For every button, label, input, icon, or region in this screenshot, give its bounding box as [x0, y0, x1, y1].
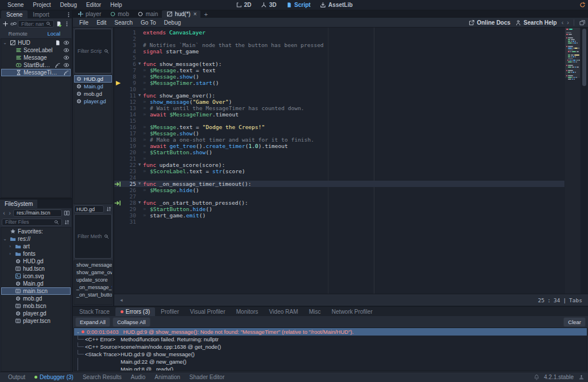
debugger-tab-monitors[interactable]: Monitors: [231, 307, 263, 316]
code-line-20[interactable]: 20»$StartButton.show(): [114, 149, 564, 155]
remote-button[interactable]: Remote: [0, 30, 36, 37]
eye-icon[interactable]: [63, 40, 69, 46]
mode-2d-button[interactable]: 2D: [232, 1, 255, 10]
script-menu-file[interactable]: File: [75, 18, 92, 27]
code-minimap[interactable]: [565, 28, 580, 294]
method-item-show-message[interactable]: show_message: [74, 261, 112, 268]
online-docs-button[interactable]: Online Docs: [468, 19, 510, 26]
fs-back-button[interactable]: ‹: [2, 209, 6, 216]
code-line-15[interactable]: 15: [114, 118, 564, 124]
error-row-4[interactable]: Main.gd:22 @ new_game(): [74, 358, 587, 365]
code-line-26[interactable]: 26»$Message.hide(): [114, 187, 564, 193]
expand-bottom-panel-icon[interactable]: [578, 374, 585, 381]
code-line-12[interactable]: 12»show_message("Game Over"): [114, 99, 564, 105]
script-menu-go-to[interactable]: Go To: [137, 18, 160, 27]
fs-item-res[interactable]: ⌄res://: [1, 235, 71, 243]
error-row-3[interactable]: <Stack Trace>HUD.gd:9 @ show_message(): [74, 350, 587, 358]
code-line-7[interactable]: 7»$Message.text = text: [114, 67, 564, 73]
fs-display-mode-button[interactable]: [63, 209, 70, 216]
fs-path-input[interactable]: [16, 209, 60, 216]
menu-scene[interactable]: Scene: [3, 1, 28, 9]
filter-scripts-input[interactable]: [76, 48, 103, 54]
script-item-main-gd[interactable]: Main.gd: [74, 83, 112, 90]
make-floating-button[interactable]: [579, 19, 586, 26]
code-line-21[interactable]: 21»: [114, 155, 564, 162]
eye-icon[interactable]: [63, 62, 69, 69]
script-item-hud-gd[interactable]: HUD.gd: [74, 75, 112, 83]
code-line-28[interactable]: 28▼func _on_start_button_pressed():: [114, 200, 564, 206]
close-icon[interactable]: ×: [194, 11, 197, 17]
tab-filesystem[interactable]: FileSystem: [0, 200, 37, 208]
menu-help[interactable]: Help: [106, 1, 126, 9]
debugger-tab-errors-3[interactable]: Errors (3): [115, 307, 155, 316]
scene-node-scorelabel[interactable]: ScoreLabel: [1, 46, 71, 54]
code-line-30[interactable]: 30»start_game.emit(): [114, 212, 564, 219]
code-line-19[interactable]: 19»await get_tree().create_timer(1.0).ti…: [114, 143, 564, 149]
mode-3d-button[interactable]: 3D: [257, 1, 280, 10]
code-scroll-region[interactable]: 1extends CanvasLayer23# Notifies `Main` …: [114, 28, 588, 294]
code-line-13[interactable]: 13»# Wait until the MessageTimer has cou…: [114, 105, 564, 111]
fs-item-main-tscn[interactable]: main.tscn: [1, 287, 71, 295]
code-line-9[interactable]: 9»$MessageTimer.start(): [114, 80, 564, 86]
error-row-0[interactable]: ⌄0:00:01:0403HUD.gd:9 @ show_message(): …: [74, 328, 587, 336]
fs-item-main-gd[interactable]: Main.gd: [1, 280, 71, 287]
scene-tab-hud[interactable]: hud(*)×: [162, 10, 200, 18]
script-item-player-gd[interactable]: player.gd: [74, 98, 112, 105]
code-lines[interactable]: 1extends CanvasLayer23# Notifies `Main` …: [114, 29, 564, 225]
fs-sort-button[interactable]: [63, 219, 70, 225]
fs-filter-input[interactable]: [4, 219, 53, 225]
method-item-on-message-time[interactable]: _on_message_time...: [74, 283, 112, 291]
new-scene-tab-button[interactable]: +: [200, 11, 211, 18]
scene-node-messagetimer[interactable]: MessageTimer: [1, 69, 71, 76]
indent-mode[interactable]: Tabs: [569, 297, 582, 303]
eye-icon[interactable]: [63, 54, 69, 61]
attach-script-button[interactable]: [55, 21, 62, 28]
menu-debug[interactable]: Debug: [56, 1, 80, 9]
local-button[interactable]: Local: [36, 30, 72, 37]
code-line-24[interactable]: 24: [114, 174, 564, 181]
history-forward-button[interactable]: ›: [567, 19, 569, 26]
history-back-button[interactable]: ‹: [562, 19, 564, 26]
bottom-tab-output[interactable]: Output: [3, 372, 30, 382]
code-line-18[interactable]: 18»# Make a one-shot timer and wait for …: [114, 137, 564, 143]
error-row-1[interactable]: <C++ Error>Method/function failed. Retur…: [74, 336, 587, 343]
code-line-22[interactable]: 22▼func update_score(score):: [114, 162, 564, 168]
instance-scene-button[interactable]: [10, 21, 17, 28]
fs-item-icon-svg[interactable]: icon.svg: [1, 272, 71, 280]
code-vscrollbar[interactable]: [581, 28, 587, 294]
code-line-5[interactable]: 5: [114, 54, 564, 61]
scene-node-startbutton[interactable]: StartButton: [1, 61, 71, 69]
bottom-tab-animation[interactable]: Animation: [150, 372, 184, 382]
mode-script-button[interactable]: Script: [283, 1, 314, 10]
scene-filter-input[interactable]: [20, 21, 45, 28]
bottom-tab-search-results[interactable]: Search Results: [78, 372, 126, 382]
code-line-27[interactable]: 27: [114, 193, 564, 200]
scene-tab-mob[interactable]: mob: [105, 10, 133, 18]
code-line-25[interactable]: 25▼func _on_message_timer_timeout():: [114, 181, 564, 187]
code-line-6[interactable]: 6▼func show_message(text):: [114, 61, 564, 67]
script-item-mob-gd[interactable]: mob.gd: [74, 90, 112, 98]
code-line-1[interactable]: 1extends CanvasLayer: [114, 29, 564, 36]
debugger-tab-network-profiler[interactable]: Network Profiler: [327, 307, 378, 316]
debugger-tab-visual-profiler[interactable]: Visual Profiler: [185, 307, 231, 316]
code-line-16[interactable]: 16»$Message.text = "Dodge the Creeps!": [114, 124, 564, 130]
fs-item-player-gd[interactable]: player.gd: [1, 310, 71, 317]
code-line-14[interactable]: 14»await $MessageTimer.timeout: [114, 111, 564, 118]
bottom-tab-shader-editor[interactable]: Shader Editor: [185, 372, 229, 382]
code-line-11[interactable]: 11▼func show_game_over():: [114, 92, 564, 99]
clear-button[interactable]: Clear: [563, 317, 586, 327]
hscroll-left-arrow[interactable]: ◂: [120, 297, 123, 303]
notification-bell-icon[interactable]: [533, 374, 540, 381]
scene-node-hud[interactable]: ⌄HUD: [1, 39, 71, 46]
code-line-17[interactable]: 17»$Message.show(): [114, 130, 564, 137]
code-line-2[interactable]: 2: [114, 36, 564, 42]
mode-assetlib-button[interactable]: AssetLib: [316, 1, 356, 10]
fs-item-favorites[interactable]: Favorites:: [1, 228, 71, 235]
eye-icon[interactable]: [63, 47, 69, 54]
code-line-10[interactable]: 10»: [114, 86, 564, 92]
script-menu-edit[interactable]: Edit: [92, 18, 110, 27]
code-line-31[interactable]: 31: [114, 219, 564, 225]
fs-item-hud-gd[interactable]: HUD.gd: [1, 258, 71, 265]
code-line-29[interactable]: 29»$StartButton.hide(): [114, 206, 564, 212]
scene-tab-player[interactable]: player: [73, 10, 105, 18]
